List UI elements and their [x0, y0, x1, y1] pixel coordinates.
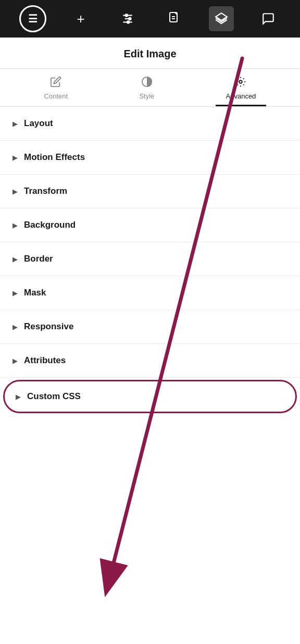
svg-point-2 — [126, 14, 128, 16]
chevron-layout: ▶ — [12, 120, 18, 128]
tab-advanced[interactable]: Advanced — [216, 69, 267, 106]
svg-point-3 — [129, 18, 131, 20]
filter-icon-button[interactable] — [115, 6, 140, 31]
tab-content[interactable]: Content — [34, 69, 79, 106]
add-button[interactable]: + — [68, 6, 93, 31]
chevron-motion-effects: ▶ — [12, 154, 18, 162]
section-custom-css[interactable]: ▶ Custom CSS — [3, 380, 297, 413]
document-icon-button[interactable] — [162, 6, 187, 31]
section-transform[interactable]: ▶ Transform — [0, 175, 300, 208]
chevron-mask: ▶ — [12, 289, 18, 297]
section-attributes-label: Attributes — [24, 355, 66, 366]
chevron-background: ▶ — [12, 221, 18, 229]
svg-point-5 — [127, 21, 129, 23]
section-background[interactable]: ▶ Background — [0, 208, 300, 242]
section-layout-label: Layout — [24, 118, 53, 129]
section-motion-effects[interactable]: ▶ Motion Effects — [0, 141, 300, 175]
panel-title: Edit Image — [0, 38, 300, 69]
chevron-attributes: ▶ — [12, 357, 18, 365]
section-motion-effects-label: Motion Effects — [24, 152, 85, 163]
top-navigation-bar: ☰ + — [0, 0, 300, 38]
svg-point-11 — [240, 80, 243, 83]
advanced-icon — [235, 76, 246, 89]
section-mask[interactable]: ▶ Mask — [0, 276, 300, 310]
section-list: ▶ Layout ▶ Motion Effects ▶ Transform ▶ … — [0, 107, 300, 644]
elementor-logo-button[interactable]: ☰ — [19, 5, 46, 32]
section-border-label: Border — [24, 254, 53, 264]
pencil-icon — [50, 76, 61, 89]
style-icon — [141, 76, 153, 89]
chat-icon-button[interactable] — [256, 6, 281, 31]
section-border[interactable]: ▶ Border — [0, 242, 300, 276]
section-custom-css-label: Custom CSS — [27, 391, 81, 402]
tab-style-label: Style — [139, 92, 154, 100]
chevron-border: ▶ — [12, 255, 18, 263]
tab-bar: Content Style Advanced — [0, 69, 300, 107]
chevron-transform: ▶ — [12, 188, 18, 195]
section-background-label: Background — [24, 220, 76, 230]
chevron-custom-css: ▶ — [16, 393, 21, 401]
tab-advanced-label: Advanced — [226, 92, 256, 100]
section-responsive-label: Responsive — [24, 321, 73, 332]
layers-icon-button[interactable] — [209, 6, 234, 31]
section-layout[interactable]: ▶ Layout — [0, 107, 300, 141]
section-attributes[interactable]: ▶ Attributes — [0, 344, 300, 378]
tab-content-label: Content — [44, 92, 68, 100]
tab-style[interactable]: Style — [129, 69, 165, 106]
section-mask-label: Mask — [24, 288, 46, 298]
section-transform-label: Transform — [24, 186, 67, 196]
chevron-responsive: ▶ — [12, 323, 18, 331]
edit-panel: Edit Image Content Style — [0, 38, 300, 644]
section-responsive[interactable]: ▶ Responsive — [0, 310, 300, 344]
